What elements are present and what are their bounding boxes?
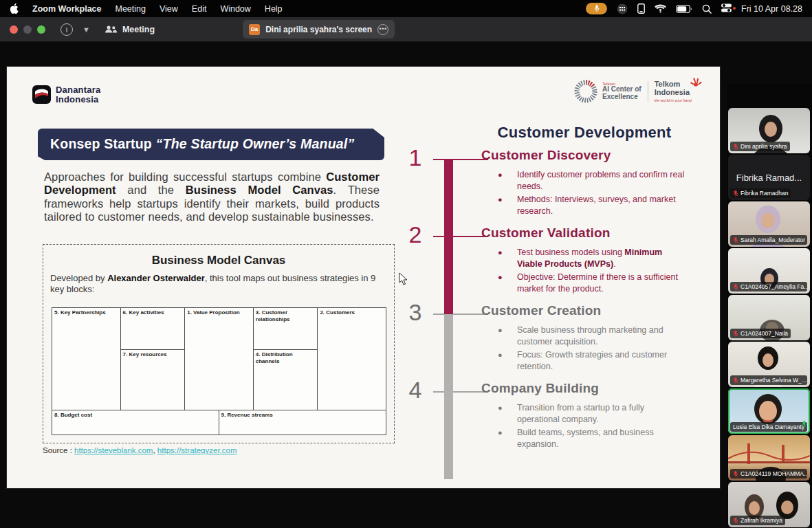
participant-name: C1A024119 MOHAMMA...: [740, 470, 807, 477]
timeline-number-2: 2: [401, 221, 430, 248]
input-source-icon[interactable]: [617, 3, 628, 14]
participant-name: Lusia Elsa Dika Damayanty: [733, 424, 804, 430]
section-customer-creation: Customer Creation ●Scale business throug…: [481, 303, 693, 374]
partner-logos: Telkom AI Center of Excellence Telkom In…: [573, 79, 694, 104]
participant-video-naila[interactable]: C1A024007_Naila: [728, 295, 810, 340]
notification-dot: [733, 7, 736, 10]
timeline-number-3: 3: [401, 299, 430, 326]
menu-app-name[interactable]: Zoom Workplace: [32, 4, 101, 14]
menu-view[interactable]: View: [160, 4, 178, 14]
display-mirroring-icon[interactable]: [637, 3, 645, 14]
participant-video-lusia-active-speaker[interactable]: Lusia Elsa Dika Damayanty: [728, 388, 810, 434]
bullet-item: ●Scale business through marketing and cu…: [481, 324, 693, 347]
source-line: Source : https://steveblank.com, https:/…: [43, 446, 237, 454]
section-customer-validation: Customer Validation ●Test business model…: [481, 226, 693, 296]
customer-development-heading: Customer Development: [481, 124, 688, 142]
meeting-info-icon[interactable]: i: [61, 23, 73, 36]
participant-name: Sarah Amalia_Moderator: [740, 236, 805, 243]
section-title: Customer Validation: [481, 226, 693, 241]
participant-video-ameylia[interactable]: C1A024057_Ameylia Fa...: [728, 248, 810, 294]
participant-name: C1A024057_Ameylia Fa...: [740, 283, 807, 290]
bmc-cell-value-proposition: 1. Value Proposition: [185, 308, 254, 410]
fullscreen-window-button[interactable]: [37, 25, 45, 34]
menu-window[interactable]: Window: [220, 4, 250, 14]
participant-name: C1A024007_Naila: [740, 330, 788, 337]
participant-name: Fibrika Ramadhan: [740, 190, 788, 197]
mic-in-use-indicator[interactable]: [586, 3, 607, 14]
muted-mic-icon: [733, 377, 738, 384]
desktop: Zoom Workplace Meeting View Edit Window …: [0, 0, 812, 528]
control-center-icon[interactable]: [721, 3, 732, 14]
zoom-window-titlebar: i ▼ Meeting Da Dini aprilia syahra's scr…: [0, 17, 812, 42]
menu-bar-clock[interactable]: Fri 10 Apr 08.28: [741, 4, 802, 14]
danantara-logo-line2: Indonesia: [56, 94, 98, 104]
ai-center-logo-icon: [573, 79, 598, 104]
bmc-grid: 5. Key Partnerships 6. Key activities 7.…: [52, 307, 386, 435]
timeline-tick-1: [433, 159, 488, 160]
battery-icon[interactable]: [676, 5, 692, 13]
telkom-hand-icon: [689, 76, 703, 89]
telkom-tagline: the world in your hand: [655, 98, 692, 102]
participant-video-zafirah[interactable]: Zafirah Ikramiya: [728, 482, 810, 527]
bullet-item: ●Objective: Determine if there is a suff…: [481, 272, 693, 294]
menu-edit[interactable]: Edit: [192, 4, 207, 14]
source-link-steveblank[interactable]: https://steveblank.com: [74, 446, 153, 454]
spotlight-search-icon[interactable]: [702, 4, 712, 14]
muted-mic-icon: [733, 331, 738, 337]
section-title: Customer Discovery: [481, 148, 693, 163]
section-title: Customer Creation: [481, 303, 693, 318]
window-title: Meeting: [122, 25, 155, 34]
participant-name: Margaretha Selvina W_...: [740, 377, 806, 384]
source-link-strategyzer[interactable]: https://strategyzer.com: [157, 446, 237, 454]
participant-video-fibrika[interactable]: Fibrika Ramad... Fibrika Ramadhan: [728, 155, 810, 200]
danantara-logo-icon: [32, 85, 51, 104]
business-model-canvas-box: Business Model Canvas Developed by Alexa…: [43, 244, 395, 443]
tab-options-icon[interactable]: •••: [377, 24, 388, 35]
macos-menu-bar: Zoom Workplace Meeting View Edit Window …: [0, 0, 812, 17]
participant-video-margaretha[interactable]: Margaretha Selvina W_...: [728, 342, 810, 387]
muted-mic-icon: [733, 190, 738, 197]
participant-video-dini[interactable]: Dini aprilia syahra: [728, 108, 810, 153]
participant-video-sarah[interactable]: Sarah Amalia_Moderator: [728, 201, 810, 247]
participant-name: Dini aprilia syahra: [740, 143, 787, 150]
live-mic-icon: [801, 419, 807, 431]
timeline-tick-2: [433, 236, 488, 237]
wifi-icon[interactable]: [655, 4, 666, 13]
intro-paragraph: Approaches for building successful start…: [44, 170, 380, 223]
danantara-logo: Danantara Indonesia: [32, 85, 100, 104]
chevron-down-icon[interactable]: ▼: [83, 25, 90, 34]
window-controls: [10, 25, 45, 34]
telkom-line2: Indonesia: [655, 89, 692, 97]
muted-mic-icon: [733, 237, 738, 243]
bmc-cell-key-activities: 6. Key activities: [121, 308, 185, 350]
bullet-item: ●Focus: Growth strategies and customer r…: [481, 349, 693, 372]
close-window-button[interactable]: [10, 25, 18, 34]
slide-title-italic: “The Startup Owner’s Manual”: [156, 136, 355, 151]
shared-screen-tab[interactable]: Da Dini aprilia syahra's screen •••: [243, 20, 395, 38]
source-label: Source :: [43, 446, 72, 454]
bmc-cell-distribution-channels: 4. Distribution channels: [254, 350, 318, 410]
bullet-item: ●Identify customer problems and confirm …: [481, 169, 693, 192]
section-company-building: Company Building ●Transition from a star…: [481, 381, 693, 452]
timeline-number-1: 1: [401, 144, 430, 171]
bmc-title: Business Model Canvas: [43, 254, 394, 267]
menu-meeting[interactable]: Meeting: [115, 4, 145, 14]
muted-mic-icon: [733, 144, 738, 150]
muted-mic-icon: [733, 284, 738, 290]
telkom-logo: Telkom Indonesia the world in your hand: [655, 80, 694, 102]
sharer-avatar: Da: [249, 24, 260, 35]
muted-mic-icon: [733, 518, 738, 524]
shared-screen-title: Dini aprilia syahra's screen: [265, 25, 372, 34]
minimize-window-button[interactable]: [23, 25, 32, 34]
participant-video-mohammad[interactable]: C1A024119 MOHAMMA...: [728, 435, 810, 481]
timeline-tick-3: [433, 314, 488, 315]
timeline-number-4: 4: [401, 377, 430, 404]
bullet-item: ●Transition from a startup to a fully op…: [481, 402, 693, 425]
slide-title-banner: Konsep Startup “The Startup Owner’s Manu…: [38, 129, 384, 160]
bullet-item: ●Build teams, systems, and business expa…: [481, 427, 693, 450]
apple-menu-icon[interactable]: [10, 3, 19, 14]
menu-help[interactable]: Help: [265, 4, 283, 14]
mouse-cursor: [399, 272, 408, 286]
bmc-cell-key-partnerships: 5. Key Partnerships: [52, 308, 121, 410]
participants-icon: [105, 25, 117, 34]
